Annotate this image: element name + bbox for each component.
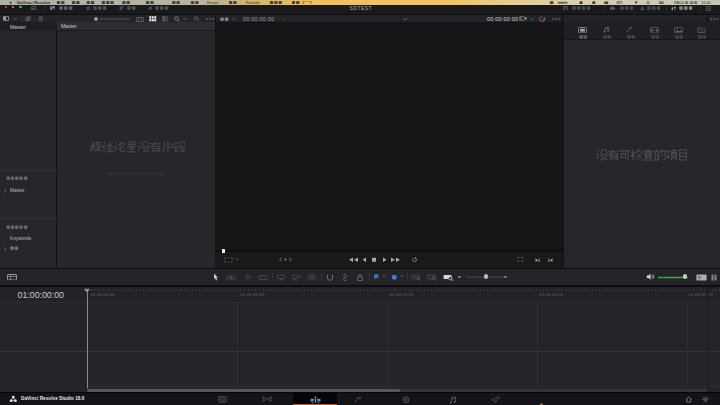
svg-text:Fairlight: Fairlight xyxy=(246,1,261,5)
svg-text:Fusion: Fusion xyxy=(207,1,219,5)
svg-text:9: 9 xyxy=(674,1,676,4)
svg-text:15:00: 15:00 xyxy=(701,1,710,4)
svg-text:A: A xyxy=(618,1,620,5)
svg-text:20: 20 xyxy=(680,1,684,4)
